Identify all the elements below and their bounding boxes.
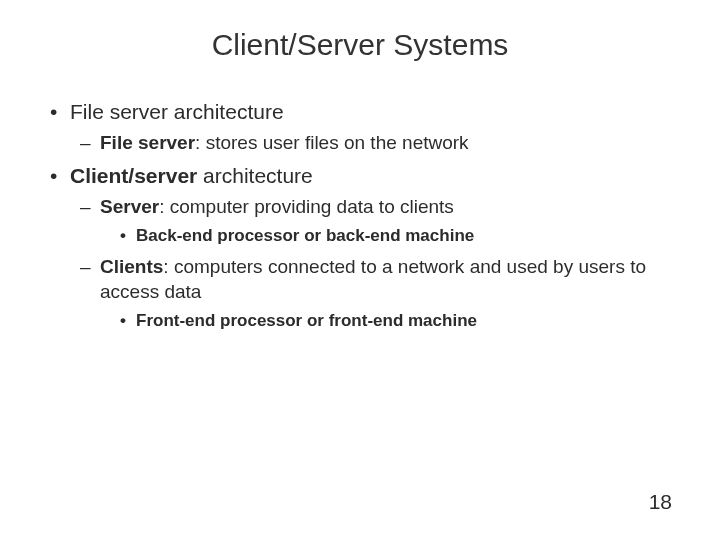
bullet-level1: Clients: computers connected to a networ… — [70, 254, 672, 333]
bullet-level0: Client/server architecture Server: compu… — [48, 162, 672, 333]
bullet-bold: Server — [100, 196, 159, 217]
bullet-level1: File server: stores user files on the ne… — [70, 130, 672, 156]
bullet-list: File server architecture File server: st… — [48, 98, 672, 333]
bullet-level2: Front-end processor or front-end machine — [100, 309, 672, 333]
bullet-bold: File server — [100, 132, 195, 153]
bullet-bold: Client/server — [70, 164, 197, 187]
bullet-text: : stores user files on the network — [195, 132, 469, 153]
slide: Client/Server Systems File server archit… — [0, 0, 720, 540]
bullet-text: : computers connected to a network and u… — [100, 256, 646, 303]
bullet-level1: Server: computer providing data to clien… — [70, 194, 672, 247]
page-number: 18 — [649, 490, 672, 514]
bullet-text: File server architecture — [70, 100, 284, 123]
bullet-bold: Clients — [100, 256, 163, 277]
bullet-level2: Back-end processor or back-end machine — [100, 224, 672, 248]
bullet-level0: File server architecture File server: st… — [48, 98, 672, 156]
page-title: Client/Server Systems — [48, 28, 672, 62]
bullet-text: architecture — [197, 164, 313, 187]
bullet-text: : computer providing data to clients — [159, 196, 454, 217]
